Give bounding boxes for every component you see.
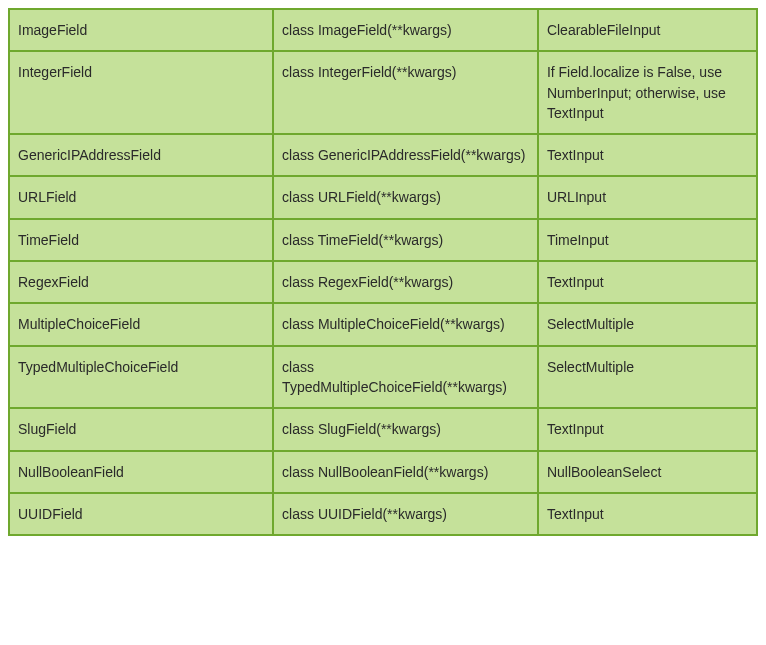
field-name-cell: TimeField bbox=[9, 219, 273, 261]
field-class-cell: class GenericIPAddressField(**kwargs) bbox=[273, 134, 538, 176]
field-class-cell: class ImageField(**kwargs) bbox=[273, 9, 538, 51]
field-class-cell: class SlugField(**kwargs) bbox=[273, 408, 538, 450]
table-row: GenericIPAddressField class GenericIPAdd… bbox=[9, 134, 757, 176]
field-reference-table: ImageField class ImageField(**kwargs) Cl… bbox=[8, 8, 758, 536]
field-widget-cell: SelectMultiple bbox=[538, 303, 757, 345]
table-row: NullBooleanField class NullBooleanField(… bbox=[9, 451, 757, 493]
field-class-cell: class URLField(**kwargs) bbox=[273, 176, 538, 218]
field-widget-cell: TextInput bbox=[538, 261, 757, 303]
table-row: TimeField class TimeField(**kwargs) Time… bbox=[9, 219, 757, 261]
field-name-cell: ImageField bbox=[9, 9, 273, 51]
field-class-cell: class RegexField(**kwargs) bbox=[273, 261, 538, 303]
field-widget-cell: TimeInput bbox=[538, 219, 757, 261]
field-widget-cell: If Field.localize is False, use NumberIn… bbox=[538, 51, 757, 134]
field-widget-cell: SelectMultiple bbox=[538, 346, 757, 409]
field-class-cell: class IntegerField(**kwargs) bbox=[273, 51, 538, 134]
field-name-cell: URLField bbox=[9, 176, 273, 218]
table-row: IntegerField class IntegerField(**kwargs… bbox=[9, 51, 757, 134]
field-name-cell: GenericIPAddressField bbox=[9, 134, 273, 176]
field-name-cell: TypedMultipleChoiceField bbox=[9, 346, 273, 409]
table-row: TypedMultipleChoiceField class TypedMult… bbox=[9, 346, 757, 409]
field-name-cell: UUIDField bbox=[9, 493, 273, 535]
field-class-cell: class UUIDField(**kwargs) bbox=[273, 493, 538, 535]
field-widget-cell: TextInput bbox=[538, 408, 757, 450]
field-widget-cell: URLInput bbox=[538, 176, 757, 218]
field-widget-cell: TextInput bbox=[538, 134, 757, 176]
field-name-cell: RegexField bbox=[9, 261, 273, 303]
table-row: UUIDField class UUIDField(**kwargs) Text… bbox=[9, 493, 757, 535]
field-class-cell: class TypedMultipleChoiceField(**kwargs) bbox=[273, 346, 538, 409]
field-class-cell: class MultipleChoiceField(**kwargs) bbox=[273, 303, 538, 345]
field-class-cell: class NullBooleanField(**kwargs) bbox=[273, 451, 538, 493]
field-widget-cell: ClearableFileInput bbox=[538, 9, 757, 51]
field-name-cell: SlugField bbox=[9, 408, 273, 450]
field-name-cell: MultipleChoiceField bbox=[9, 303, 273, 345]
field-name-cell: NullBooleanField bbox=[9, 451, 273, 493]
field-widget-cell: NullBooleanSelect bbox=[538, 451, 757, 493]
field-widget-cell: TextInput bbox=[538, 493, 757, 535]
table-row: ImageField class ImageField(**kwargs) Cl… bbox=[9, 9, 757, 51]
field-name-cell: IntegerField bbox=[9, 51, 273, 134]
field-class-cell: class TimeField(**kwargs) bbox=[273, 219, 538, 261]
table-row: SlugField class SlugField(**kwargs) Text… bbox=[9, 408, 757, 450]
table-row: RegexField class RegexField(**kwargs) Te… bbox=[9, 261, 757, 303]
table-row: URLField class URLField(**kwargs) URLInp… bbox=[9, 176, 757, 218]
table-body: ImageField class ImageField(**kwargs) Cl… bbox=[9, 9, 757, 535]
table-row: MultipleChoiceField class MultipleChoice… bbox=[9, 303, 757, 345]
